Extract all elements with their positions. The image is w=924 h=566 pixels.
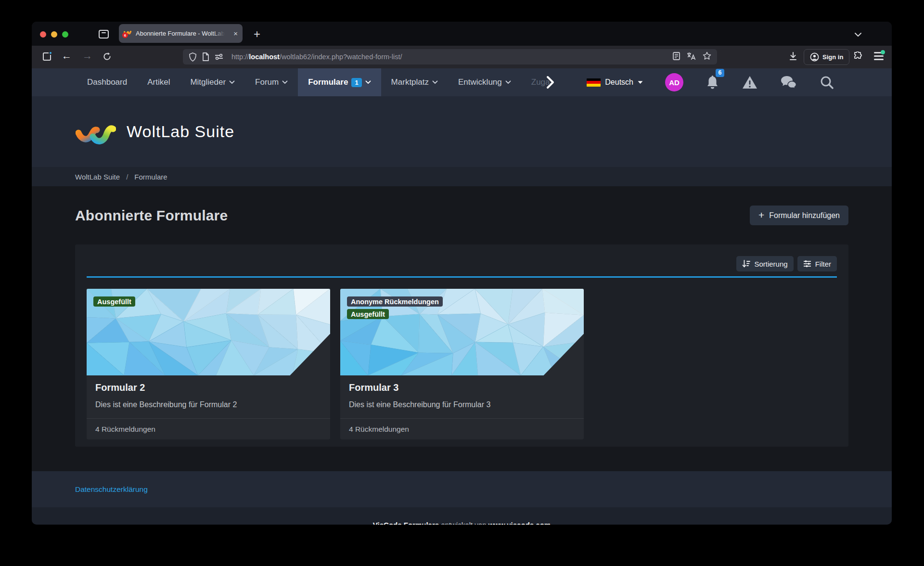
downloads-icon[interactable] xyxy=(788,51,798,63)
filter-icon xyxy=(803,260,811,268)
browser-tab[interactable]: 6 Abonnierte Formulare - WoltLab × xyxy=(119,24,243,43)
tab-close-icon[interactable]: × xyxy=(233,30,238,37)
card-title[interactable]: Formular 2 xyxy=(95,382,321,393)
card-cover-image: Ausgefüllt xyxy=(87,289,330,375)
page-title: Abonnierte Formulare xyxy=(75,207,228,224)
url-bar[interactable]: http://localhost/woltlab62/index.php?wat… xyxy=(183,49,717,64)
browser-toolbar: ← → http://localhost/woltlab62/index.php… xyxy=(32,46,892,68)
site-navigation: DashboardArtikelMitgliederForumFormulare… xyxy=(32,68,892,96)
breadcrumb-item[interactable]: Formulare xyxy=(134,173,167,181)
nav-item-dashboard[interactable]: Dashboard xyxy=(77,68,137,96)
active-tab-underline xyxy=(87,276,837,278)
forms-box: Sortierung Filter Ausgefüllt Formular 2 … xyxy=(75,244,848,447)
tab-favicon: 6 xyxy=(124,30,132,37)
firefox-view-icon[interactable] xyxy=(43,52,51,61)
avatar[interactable]: AD xyxy=(665,73,683,91)
card-meta: 4 Rückmeldungen xyxy=(87,418,330,439)
reader-view-icon[interactable] xyxy=(673,52,680,62)
chevron-down-icon xyxy=(505,80,511,84)
site-header: WoltLab Suite xyxy=(32,96,892,167)
tab-overview-icon[interactable] xyxy=(99,30,109,39)
signin-button[interactable]: Sign in xyxy=(804,49,849,65)
page-info-icon[interactable] xyxy=(202,52,209,61)
form-card[interactable]: Ausgefüllt Formular 2 Dies ist eine Besc… xyxy=(87,289,330,439)
notifications-bell[interactable]: 6 xyxy=(706,75,719,90)
nav-item-mitglieder[interactable]: Mitglieder xyxy=(180,68,245,96)
url-text[interactable]: http://localhost/woltlab62/index.php?wat… xyxy=(231,53,673,61)
browser-tab-bar: 6 Abonnierte Formulare - WoltLab × + xyxy=(32,22,892,46)
privacy-policy-link[interactable]: Datenschutzerklärung xyxy=(75,485,148,494)
card-badge: Ausgefüllt xyxy=(93,296,135,307)
nav-item-formulare[interactable]: Formulare1 xyxy=(298,68,381,96)
moderation-warning-icon[interactable] xyxy=(742,75,758,90)
chevron-down-icon xyxy=(432,80,438,84)
nav-item-marktplatz[interactable]: Marktplatz xyxy=(381,68,448,96)
bookmark-star-icon[interactable] xyxy=(703,51,711,62)
footer-links: Datenschutzerklärung xyxy=(32,471,892,507)
card-meta: 4 Rückmeldungen xyxy=(340,418,584,439)
breadcrumb-separator: / xyxy=(126,173,128,181)
sort-button[interactable]: Sortierung xyxy=(736,256,793,271)
forward-button[interactable]: → xyxy=(82,50,92,62)
nav-item-forum[interactable]: Forum xyxy=(245,68,298,96)
german-flag-icon xyxy=(587,78,601,87)
window-controls xyxy=(40,31,68,38)
add-form-button[interactable]: + Formular hinzufügen xyxy=(750,206,848,225)
language-selector[interactable]: Deutsch xyxy=(587,78,643,87)
tab-list-chevron-icon[interactable] xyxy=(854,30,862,39)
language-label: Deutsch xyxy=(605,78,633,87)
footer-copyright: VieCode Formulare entwickelt von www.vie… xyxy=(32,507,892,525)
shield-icon[interactable] xyxy=(189,52,197,62)
chevron-down-icon xyxy=(365,80,371,84)
card-description: Dies ist eine Beschreibung für Formular … xyxy=(95,400,321,409)
search-icon[interactable] xyxy=(820,75,834,90)
reload-button[interactable] xyxy=(103,52,112,63)
form-card[interactable]: Anonyme RückmeldungenAusgefüllt Formular… xyxy=(340,289,584,439)
card-description: Dies ist eine Beschreibung für Formular … xyxy=(349,400,575,409)
minimize-window-button[interactable] xyxy=(51,31,57,38)
breadcrumb-item[interactable]: WoltLab Suite xyxy=(75,173,120,181)
nav-item-zuga[interactable]: Zuga xyxy=(521,68,550,96)
card-title[interactable]: Formular 3 xyxy=(349,382,575,393)
conversations-icon[interactable] xyxy=(780,75,797,90)
chevron-down-icon xyxy=(229,80,235,84)
new-tab-button[interactable]: + xyxy=(254,27,260,41)
chevron-down-icon xyxy=(282,80,288,84)
woltlab-logo xyxy=(76,118,116,145)
card-badge: Anonyme Rückmeldungen xyxy=(347,296,443,307)
tab-title: Abonnierte Formulare - WoltLab xyxy=(136,30,225,37)
zoom-window-button[interactable] xyxy=(62,31,68,38)
filter-button[interactable]: Filter xyxy=(797,256,837,271)
permissions-icon[interactable] xyxy=(215,53,223,60)
back-button[interactable]: ← xyxy=(62,50,72,62)
browser-window: 6 Abonnierte Formulare - WoltLab × + ← → xyxy=(32,22,892,525)
main-content: Abonnierte Formulare + Formular hinzufüg… xyxy=(32,186,892,471)
translate-icon[interactable] xyxy=(687,52,696,62)
nav-item-artikel[interactable]: Artikel xyxy=(137,68,180,96)
notification-count-badge: 6 xyxy=(716,69,724,77)
extensions-icon[interactable] xyxy=(853,51,862,63)
card-badge: Ausgefüllt xyxy=(347,309,389,319)
plus-icon: + xyxy=(758,209,764,221)
brand-name: WoltLab Suite xyxy=(127,122,234,141)
brand[interactable]: WoltLab Suite xyxy=(76,118,234,145)
sort-icon xyxy=(742,260,750,268)
nav-item-entwicklung[interactable]: Entwicklung xyxy=(448,68,521,96)
card-cover-image: Anonyme RückmeldungenAusgefüllt xyxy=(340,289,584,375)
tab-favicon-badge: 6 xyxy=(122,32,128,38)
signin-label: Sign in xyxy=(822,53,843,61)
app-menu-icon[interactable] xyxy=(874,52,884,60)
breadcrumb: WoltLab Suite / Formulare xyxy=(32,167,892,186)
nav-item-badge: 1 xyxy=(351,78,361,87)
close-window-button[interactable] xyxy=(40,31,46,38)
